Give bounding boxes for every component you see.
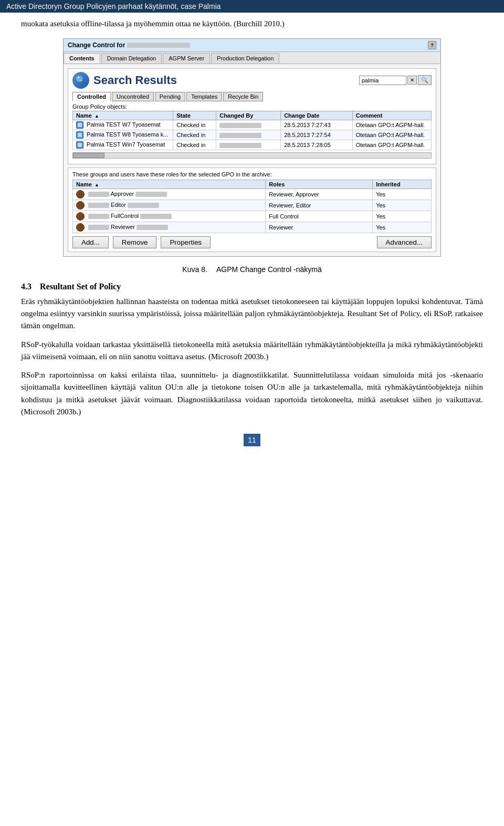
window-title-blurred xyxy=(127,43,190,48)
section-heading: 4.3 Resultant Set of Policy xyxy=(21,282,483,291)
table-row[interactable]: Palmia TEST W7 Tyoasemat Checked in 28.5… xyxy=(73,120,432,130)
tab-agpm-server[interactable]: AGPM Server xyxy=(163,53,210,64)
col-header-date[interactable]: Change Date xyxy=(281,111,353,120)
roles-inherited-cell: Yes xyxy=(373,200,432,211)
search-header: 🔍 Search Results ✕ 🔍 xyxy=(72,72,432,89)
sort-arrow-name: ▲ xyxy=(94,182,99,187)
gpo-comment-cell: Otetaan GPO:t AGPM-hall. xyxy=(352,140,431,150)
gpo-comment-cell: Otetaan GPO:t AGPM-hall. xyxy=(352,120,431,130)
roles-row[interactable]: Editor Reviewer, Editor Yes xyxy=(73,200,432,211)
inner-tab-pending[interactable]: Pending xyxy=(155,92,185,101)
gpo-table: Name ▲ State Changed By Change Date Comm… xyxy=(72,111,432,150)
gpo-changedby-cell xyxy=(216,130,281,140)
window-titlebar: Change Control for ? xyxy=(64,39,440,52)
gpo-changedby-cell xyxy=(216,140,281,150)
inner-tabs: Controlled Uncontrolled Pending Template… xyxy=(72,92,432,101)
help-button[interactable]: ? xyxy=(428,41,436,49)
horizontal-scrollbar[interactable] xyxy=(72,152,432,159)
roles-roles-cell: Reviewer xyxy=(266,222,373,233)
tab-domain-delegation[interactable]: Domain Delegation xyxy=(101,53,162,64)
blurred-changedby xyxy=(219,143,261,148)
body-paragraph-2: RSoP-työkalulla voidaan tarkastaa yksitt… xyxy=(21,339,483,363)
page-number-area: 11 xyxy=(21,434,483,446)
roles-roles-cell: Reviewer, Approver xyxy=(266,189,373,200)
inner-tab-controlled[interactable]: Controlled xyxy=(72,92,111,101)
blurred-changedby xyxy=(219,123,261,128)
role-icon xyxy=(76,201,85,210)
remove-button[interactable]: Remove xyxy=(113,236,157,248)
gpo-label: Group Policy objects: xyxy=(72,103,432,110)
window-controls: ? xyxy=(428,41,436,49)
roles-col-roles[interactable]: Roles xyxy=(266,180,373,189)
roles-name-cell: Reviewer xyxy=(73,222,266,233)
roles-roles-cell: Reviewer, Editor xyxy=(266,200,373,211)
gpo-comment-cell: Otetaan GPO:t AGPM-hall. xyxy=(352,130,431,140)
role-icon xyxy=(76,190,85,198)
scrollbar-thumb xyxy=(73,153,104,158)
search-input[interactable] xyxy=(359,76,406,85)
sort-arrow-name: ▲ xyxy=(94,113,99,119)
roles-inherited-cell: Yes xyxy=(373,189,432,200)
intro-paragraph: muokata asetuksia offline-tilassa ja myö… xyxy=(21,18,483,30)
roles-roles-cell: Full Control xyxy=(266,211,373,222)
gpo-date-cell: 28.5.2013 7:27:43 xyxy=(281,120,353,130)
window-body: 🔍 Search Results ✕ 🔍 Controlled Uncontro… xyxy=(64,64,440,256)
inner-tab-uncontrolled[interactable]: Uncontrolled xyxy=(112,92,154,101)
roles-row[interactable]: Approver Reviewer, Approver Yes xyxy=(73,189,432,200)
gpo-date-cell: 28.5.2013 7:28:05 xyxy=(281,140,353,150)
inner-tab-templates[interactable]: Templates xyxy=(186,92,222,101)
blurred-name xyxy=(88,203,109,208)
roles-section: These groups and users have these roles … xyxy=(68,168,436,252)
blurred-name xyxy=(88,225,109,230)
gpo-state-cell: Checked in xyxy=(173,140,216,150)
search-go-button[interactable]: 🔍 xyxy=(418,75,432,85)
roles-label: These groups and users have these roles … xyxy=(72,171,432,177)
col-header-changedby[interactable]: Changed By xyxy=(216,111,281,120)
table-row[interactable]: Palmia TEST Win7 Tyoasemat Checked in 28… xyxy=(73,140,432,150)
roles-inherited-cell: Yes xyxy=(373,211,432,222)
page-number: 11 xyxy=(244,434,260,446)
search-results-title: Search Results xyxy=(93,74,359,87)
role-icon xyxy=(76,212,85,221)
roles-col-inherited[interactable]: Inherited xyxy=(373,180,432,189)
roles-name-cell: FullControl xyxy=(73,211,266,222)
search-panel: 🔍 Search Results ✕ 🔍 Controlled Uncontro… xyxy=(68,68,436,164)
add-button[interactable]: Add... xyxy=(72,236,109,248)
gpo-state-cell: Checked in xyxy=(173,120,216,130)
blurred-email xyxy=(140,214,172,219)
gpo-name-cell: Palmia TEST W8 Tyoasema k... xyxy=(73,130,173,140)
search-icon: 🔍 xyxy=(72,72,89,89)
gpo-icon xyxy=(76,121,83,129)
blurred-name xyxy=(88,192,109,197)
col-header-state[interactable]: State xyxy=(173,111,216,120)
col-header-comment[interactable]: Comment xyxy=(352,111,431,120)
properties-button[interactable]: Properties xyxy=(161,236,211,248)
gpo-changedby-cell xyxy=(216,120,281,130)
tab-production-delegation[interactable]: Production Delegation xyxy=(211,53,279,64)
gpo-name-cell: Palmia TEST Win7 Tyoasemat xyxy=(73,140,173,150)
search-clear-button[interactable]: ✕ xyxy=(407,76,417,85)
col-header-name[interactable]: Name ▲ xyxy=(73,111,173,120)
table-row[interactable]: Palmia TEST W8 Tyoasema k... Checked in … xyxy=(73,130,432,140)
blurred-name xyxy=(88,214,109,219)
tab-contents[interactable]: Contents xyxy=(64,53,100,64)
roles-table: Name ▲ Roles Inherited Approver xyxy=(72,180,432,233)
page-header-title: Active Directoryn Group Policyjen parhaa… xyxy=(6,2,221,11)
roles-row[interactable]: Reviewer Reviewer Yes xyxy=(73,222,432,233)
window-title: Change Control for xyxy=(68,41,428,49)
caption: Kuva 8. AGPM Change Control -näkymä xyxy=(21,265,483,274)
inner-tab-recycle-bin[interactable]: Recycle Bin xyxy=(223,92,263,101)
search-input-area: ✕ 🔍 xyxy=(359,75,432,85)
roles-name-cell: Editor xyxy=(73,200,266,211)
gpo-state-cell: Checked in xyxy=(173,130,216,140)
body-paragraph-3: RSoP:n raportoinnissa on kaksi erilaista… xyxy=(21,369,483,418)
roles-col-name[interactable]: Name ▲ xyxy=(73,180,266,189)
blurred-email xyxy=(128,203,159,208)
gpo-date-cell: 28.5.2013 7:27:54 xyxy=(281,130,353,140)
roles-row[interactable]: FullControl Full Control Yes xyxy=(73,211,432,222)
body-paragraph-1: Eräs ryhmäkäytäntöobjektien hallinnan ha… xyxy=(21,296,483,332)
roles-inherited-cell: Yes xyxy=(373,222,432,233)
advanced-button[interactable]: Advanced... xyxy=(377,236,432,248)
screenshot-container: Change Control for ? Contents Domain Del… xyxy=(63,38,441,257)
page-header: Active Directoryn Group Policyjen parhaa… xyxy=(0,0,504,13)
